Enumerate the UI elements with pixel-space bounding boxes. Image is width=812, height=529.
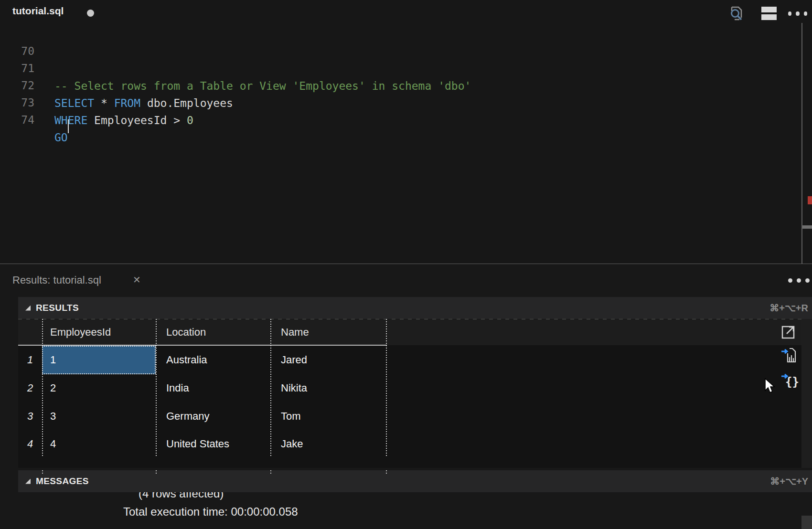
cell-employeesid[interactable]: 3 — [50, 402, 56, 430]
cell-location[interactable]: United States — [166, 430, 229, 458]
column-header-employeesid[interactable]: EmployeesId — [50, 319, 111, 345]
row-number[interactable]: 2 — [18, 374, 42, 402]
selected-cell[interactable]: 1 — [42, 346, 156, 374]
save-as-json-icon[interactable]: {} — [780, 371, 798, 389]
results-panel-tab[interactable]: Results: tutorial.sql — [12, 274, 101, 286]
split-editor-icon[interactable] — [759, 4, 779, 23]
table-row: 4 4 United States Jake — [18, 430, 801, 458]
selected-cell-value: 1 — [50, 347, 56, 373]
mouse-cursor — [764, 378, 780, 396]
grid-scrollbar-track[interactable] — [801, 319, 812, 468]
close-icon[interactable]: ✕ — [133, 274, 141, 286]
code-line: 71 -- Select rows from a Table or View '… — [0, 42, 793, 60]
collapse-twistie-icon[interactable] — [25, 479, 31, 484]
grid-header-row: EmployeesId Location Name — [18, 319, 801, 345]
editor-scrollbar-thumb[interactable] — [802, 225, 812, 229]
code-text: GO — [54, 129, 68, 147]
scrollbar-corner — [801, 516, 812, 529]
modified-indicator-dot — [87, 10, 94, 17]
find-in-file-icon[interactable] — [727, 4, 746, 23]
code-editor[interactable]: 70 71 -- Select rows from a Table or Vie… — [0, 23, 812, 264]
more-actions-icon[interactable] — [788, 278, 810, 283]
column-header-name[interactable]: Name — [281, 319, 309, 345]
code-line: 70 — [0, 25, 793, 42]
maximize-results-icon[interactable] — [780, 322, 798, 340]
results-grid[interactable]: EmployeesId Location Name 1 1 Australia … — [18, 319, 801, 468]
column-separator-tick — [386, 470, 387, 475]
app-window: tutorial.sql 70 71 -- Select rows from a… — [0, 0, 812, 529]
row-number[interactable]: 3 — [18, 402, 42, 430]
column-separator-tick — [156, 470, 157, 475]
cell-name[interactable]: Tom — [281, 402, 301, 430]
cell-employeesid[interactable]: 2 — [50, 374, 56, 402]
column-header-location[interactable]: Location — [166, 319, 206, 345]
cell-location[interactable]: Australia — [166, 346, 207, 374]
table-row: 3 3 Germany Tom — [18, 402, 801, 430]
table-row: 2 2 India Nikita — [18, 374, 801, 402]
messages-section-label: MESSAGES — [36, 476, 89, 487]
cell-employeesid[interactable]: 4 — [50, 430, 56, 458]
cell-name[interactable]: Jake — [281, 430, 303, 458]
results-section-header[interactable]: RESULTS ⌘+⌥+R — [18, 297, 812, 319]
code-line: 74 GO — [0, 94, 793, 111]
column-separator-tick — [42, 470, 43, 475]
code-text: WHERE EmployeesId > 0 — [54, 112, 193, 129]
text-caret — [68, 119, 69, 133]
view-as-chart-icon[interactable] — [780, 346, 798, 364]
query-results-panel: Results: tutorial.sql ✕ RESULTS ⌘+⌥+R Em… — [0, 264, 812, 529]
line-number: 74 — [0, 111, 34, 129]
error-marker — [808, 196, 812, 204]
column-separator-tick — [270, 470, 271, 475]
cell-name[interactable]: Jared — [281, 346, 307, 374]
collapse-twistie-icon[interactable] — [25, 306, 31, 311]
editor-tab-title[interactable]: tutorial.sql — [12, 5, 64, 17]
cell-name[interactable]: Nikita — [281, 374, 307, 402]
code-line: 73 WHERE EmployeesId > 0 — [0, 76, 793, 94]
code-line: 72 SELECT * FROM dbo.Employees — [0, 59, 793, 77]
row-number[interactable]: 1 — [18, 346, 42, 374]
message-execution-time: Total execution time: 00:00:00.058 — [123, 505, 298, 518]
messages-shortcut: ⌘+⌥+Y — [770, 476, 808, 487]
results-shortcut: ⌘+⌥+R — [769, 302, 808, 314]
row-number[interactable]: 4 — [18, 430, 42, 458]
messages-section-header[interactable]: MESSAGES ⌘+⌥+Y — [18, 470, 812, 492]
cell-location[interactable]: India — [166, 374, 189, 402]
results-section-label: RESULTS — [36, 303, 79, 313]
more-actions-icon[interactable] — [788, 4, 807, 23]
cell-location[interactable]: Germany — [166, 402, 209, 430]
